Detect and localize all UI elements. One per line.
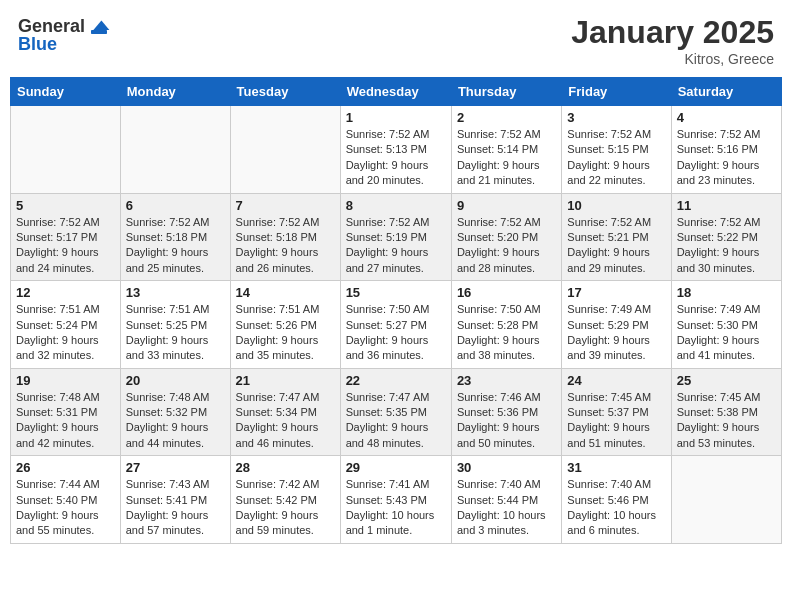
day-number: 22 bbox=[346, 373, 446, 388]
day-info: Sunrise: 7:52 AM Sunset: 5:20 PM Dayligh… bbox=[457, 215, 556, 277]
day-info: Sunrise: 7:47 AM Sunset: 5:35 PM Dayligh… bbox=[346, 390, 446, 452]
logo-icon bbox=[87, 14, 111, 38]
title-section: January 2025 Kitros, Greece bbox=[571, 14, 774, 67]
day-number: 7 bbox=[236, 198, 335, 213]
weekday-header-monday: Monday bbox=[120, 78, 230, 106]
table-row: 6Sunrise: 7:52 AM Sunset: 5:18 PM Daylig… bbox=[120, 193, 230, 281]
table-row: 14Sunrise: 7:51 AM Sunset: 5:26 PM Dayli… bbox=[230, 281, 340, 369]
day-info: Sunrise: 7:50 AM Sunset: 5:28 PM Dayligh… bbox=[457, 302, 556, 364]
table-row: 13Sunrise: 7:51 AM Sunset: 5:25 PM Dayli… bbox=[120, 281, 230, 369]
day-number: 29 bbox=[346, 460, 446, 475]
calendar-week-row: 12Sunrise: 7:51 AM Sunset: 5:24 PM Dayli… bbox=[11, 281, 782, 369]
day-info: Sunrise: 7:51 AM Sunset: 5:25 PM Dayligh… bbox=[126, 302, 225, 364]
day-number: 4 bbox=[677, 110, 776, 125]
day-info: Sunrise: 7:52 AM Sunset: 5:19 PM Dayligh… bbox=[346, 215, 446, 277]
table-row: 23Sunrise: 7:46 AM Sunset: 5:36 PM Dayli… bbox=[451, 368, 561, 456]
table-row bbox=[230, 106, 340, 194]
day-info: Sunrise: 7:47 AM Sunset: 5:34 PM Dayligh… bbox=[236, 390, 335, 452]
day-info: Sunrise: 7:48 AM Sunset: 5:31 PM Dayligh… bbox=[16, 390, 115, 452]
day-info: Sunrise: 7:52 AM Sunset: 5:21 PM Dayligh… bbox=[567, 215, 665, 277]
day-info: Sunrise: 7:52 AM Sunset: 5:13 PM Dayligh… bbox=[346, 127, 446, 189]
day-number: 11 bbox=[677, 198, 776, 213]
table-row: 10Sunrise: 7:52 AM Sunset: 5:21 PM Dayli… bbox=[562, 193, 671, 281]
day-number: 28 bbox=[236, 460, 335, 475]
weekday-header-sunday: Sunday bbox=[11, 78, 121, 106]
day-number: 3 bbox=[567, 110, 665, 125]
day-info: Sunrise: 7:43 AM Sunset: 5:41 PM Dayligh… bbox=[126, 477, 225, 539]
logo: General Blue bbox=[18, 14, 111, 55]
day-info: Sunrise: 7:45 AM Sunset: 5:38 PM Dayligh… bbox=[677, 390, 776, 452]
day-info: Sunrise: 7:52 AM Sunset: 5:14 PM Dayligh… bbox=[457, 127, 556, 189]
day-number: 14 bbox=[236, 285, 335, 300]
header: General Blue January 2025 Kitros, Greece bbox=[10, 10, 782, 71]
day-number: 18 bbox=[677, 285, 776, 300]
location-subtitle: Kitros, Greece bbox=[571, 51, 774, 67]
day-number: 21 bbox=[236, 373, 335, 388]
table-row: 17Sunrise: 7:49 AM Sunset: 5:29 PM Dayli… bbox=[562, 281, 671, 369]
day-info: Sunrise: 7:50 AM Sunset: 5:27 PM Dayligh… bbox=[346, 302, 446, 364]
table-row: 21Sunrise: 7:47 AM Sunset: 5:34 PM Dayli… bbox=[230, 368, 340, 456]
weekday-header-row: SundayMondayTuesdayWednesdayThursdayFrid… bbox=[11, 78, 782, 106]
day-number: 17 bbox=[567, 285, 665, 300]
day-info: Sunrise: 7:52 AM Sunset: 5:16 PM Dayligh… bbox=[677, 127, 776, 189]
weekday-header-tuesday: Tuesday bbox=[230, 78, 340, 106]
day-info: Sunrise: 7:41 AM Sunset: 5:43 PM Dayligh… bbox=[346, 477, 446, 539]
month-title: January 2025 bbox=[571, 14, 774, 51]
table-row: 20Sunrise: 7:48 AM Sunset: 5:32 PM Dayli… bbox=[120, 368, 230, 456]
calendar: SundayMondayTuesdayWednesdayThursdayFrid… bbox=[10, 77, 782, 544]
day-info: Sunrise: 7:40 AM Sunset: 5:44 PM Dayligh… bbox=[457, 477, 556, 539]
day-number: 27 bbox=[126, 460, 225, 475]
day-info: Sunrise: 7:49 AM Sunset: 5:29 PM Dayligh… bbox=[567, 302, 665, 364]
day-info: Sunrise: 7:40 AM Sunset: 5:46 PM Dayligh… bbox=[567, 477, 665, 539]
day-number: 25 bbox=[677, 373, 776, 388]
day-number: 30 bbox=[457, 460, 556, 475]
day-info: Sunrise: 7:46 AM Sunset: 5:36 PM Dayligh… bbox=[457, 390, 556, 452]
day-number: 19 bbox=[16, 373, 115, 388]
table-row: 8Sunrise: 7:52 AM Sunset: 5:19 PM Daylig… bbox=[340, 193, 451, 281]
table-row: 19Sunrise: 7:48 AM Sunset: 5:31 PM Dayli… bbox=[11, 368, 121, 456]
day-number: 10 bbox=[567, 198, 665, 213]
day-info: Sunrise: 7:52 AM Sunset: 5:18 PM Dayligh… bbox=[126, 215, 225, 277]
day-number: 5 bbox=[16, 198, 115, 213]
day-info: Sunrise: 7:42 AM Sunset: 5:42 PM Dayligh… bbox=[236, 477, 335, 539]
day-number: 16 bbox=[457, 285, 556, 300]
table-row bbox=[671, 456, 781, 544]
table-row: 24Sunrise: 7:45 AM Sunset: 5:37 PM Dayli… bbox=[562, 368, 671, 456]
table-row bbox=[11, 106, 121, 194]
weekday-header-thursday: Thursday bbox=[451, 78, 561, 106]
day-number: 12 bbox=[16, 285, 115, 300]
day-number: 9 bbox=[457, 198, 556, 213]
table-row: 29Sunrise: 7:41 AM Sunset: 5:43 PM Dayli… bbox=[340, 456, 451, 544]
table-row bbox=[120, 106, 230, 194]
calendar-week-row: 19Sunrise: 7:48 AM Sunset: 5:31 PM Dayli… bbox=[11, 368, 782, 456]
table-row: 5Sunrise: 7:52 AM Sunset: 5:17 PM Daylig… bbox=[11, 193, 121, 281]
day-info: Sunrise: 7:48 AM Sunset: 5:32 PM Dayligh… bbox=[126, 390, 225, 452]
day-number: 20 bbox=[126, 373, 225, 388]
logo-blue-text: Blue bbox=[18, 34, 57, 55]
day-info: Sunrise: 7:52 AM Sunset: 5:22 PM Dayligh… bbox=[677, 215, 776, 277]
day-number: 24 bbox=[567, 373, 665, 388]
day-info: Sunrise: 7:44 AM Sunset: 5:40 PM Dayligh… bbox=[16, 477, 115, 539]
day-info: Sunrise: 7:52 AM Sunset: 5:18 PM Dayligh… bbox=[236, 215, 335, 277]
table-row: 27Sunrise: 7:43 AM Sunset: 5:41 PM Dayli… bbox=[120, 456, 230, 544]
table-row: 11Sunrise: 7:52 AM Sunset: 5:22 PM Dayli… bbox=[671, 193, 781, 281]
table-row: 31Sunrise: 7:40 AM Sunset: 5:46 PM Dayli… bbox=[562, 456, 671, 544]
day-info: Sunrise: 7:52 AM Sunset: 5:17 PM Dayligh… bbox=[16, 215, 115, 277]
svg-marker-0 bbox=[93, 20, 109, 30]
day-number: 8 bbox=[346, 198, 446, 213]
weekday-header-saturday: Saturday bbox=[671, 78, 781, 106]
day-number: 2 bbox=[457, 110, 556, 125]
table-row: 3Sunrise: 7:52 AM Sunset: 5:15 PM Daylig… bbox=[562, 106, 671, 194]
weekday-header-friday: Friday bbox=[562, 78, 671, 106]
table-row: 25Sunrise: 7:45 AM Sunset: 5:38 PM Dayli… bbox=[671, 368, 781, 456]
day-number: 15 bbox=[346, 285, 446, 300]
calendar-week-row: 26Sunrise: 7:44 AM Sunset: 5:40 PM Dayli… bbox=[11, 456, 782, 544]
table-row: 16Sunrise: 7:50 AM Sunset: 5:28 PM Dayli… bbox=[451, 281, 561, 369]
day-number: 31 bbox=[567, 460, 665, 475]
table-row: 18Sunrise: 7:49 AM Sunset: 5:30 PM Dayli… bbox=[671, 281, 781, 369]
day-info: Sunrise: 7:51 AM Sunset: 5:24 PM Dayligh… bbox=[16, 302, 115, 364]
table-row: 7Sunrise: 7:52 AM Sunset: 5:18 PM Daylig… bbox=[230, 193, 340, 281]
table-row: 12Sunrise: 7:51 AM Sunset: 5:24 PM Dayli… bbox=[11, 281, 121, 369]
table-row: 30Sunrise: 7:40 AM Sunset: 5:44 PM Dayli… bbox=[451, 456, 561, 544]
calendar-week-row: 1Sunrise: 7:52 AM Sunset: 5:13 PM Daylig… bbox=[11, 106, 782, 194]
